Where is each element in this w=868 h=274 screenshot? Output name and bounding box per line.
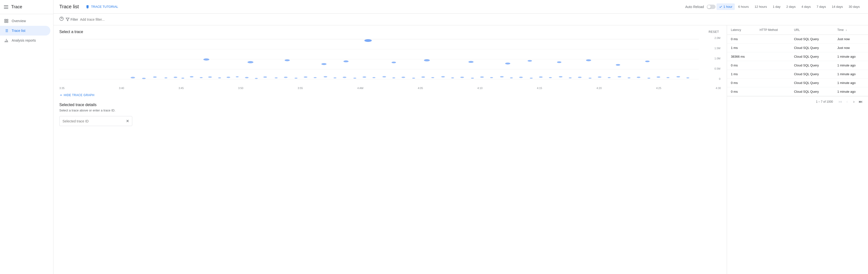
x-label-340: 3:40 (119, 87, 124, 89)
svg-point-63 (382, 76, 386, 78)
svg-point-80 (549, 77, 552, 78)
cell-url: Cloud SQL Query (790, 87, 834, 96)
svg-point-59 (343, 77, 346, 78)
time-7days-button[interactable]: 7 days (814, 3, 828, 10)
time-1day-button[interactable]: 1 day (770, 3, 783, 10)
auto-reload-label: Auto Reload (685, 5, 704, 9)
time-4days-button[interactable]: 4 days (799, 3, 813, 10)
svg-rect-0 (5, 19, 6, 21)
time-30days-button[interactable]: 30 days (846, 3, 862, 10)
time-12hours-button[interactable]: 12 hours (752, 3, 770, 10)
list-icon (4, 28, 9, 33)
svg-point-82 (569, 77, 571, 78)
sidebar-item-overview-label: Overview (12, 19, 26, 23)
col-header-latency[interactable]: Latency (727, 25, 756, 35)
svg-point-28 (392, 61, 396, 63)
reset-button[interactable]: RESET (707, 29, 721, 34)
time-6hours-button[interactable]: 6 hours (736, 3, 751, 10)
svg-point-92 (666, 77, 669, 78)
svg-point-52 (275, 77, 278, 78)
col-header-url[interactable]: URL (790, 25, 834, 35)
cell-http-method (756, 44, 790, 52)
cell-http-method (756, 87, 790, 96)
pagination-last-button[interactable]: ⏭ (857, 98, 864, 105)
hide-graph-button[interactable]: HIDE TRACE GRAPH (54, 91, 727, 99)
trace-id-input[interactable] (62, 119, 126, 123)
cell-url: Cloud SQL Query (790, 52, 834, 61)
cell-time: 1 minute ago (834, 52, 868, 61)
grid-icon (4, 19, 9, 23)
svg-point-38 (142, 78, 146, 79)
pagination: 1 – 7 of 1000 ⏮ ‹ › ⏭ (727, 96, 868, 107)
scatter-chart[interactable] (59, 36, 721, 85)
table-row[interactable]: 1 ms Cloud SQL Query Just now (727, 44, 868, 52)
chevron-up-icon (59, 93, 63, 97)
help-icon[interactable] (59, 17, 64, 22)
svg-point-37 (130, 77, 135, 79)
y-label-1-5m: 1.5M (715, 47, 720, 50)
select-trace-title: Select a trace (59, 30, 83, 34)
filter-icon-label: Filter (66, 18, 78, 21)
table-row[interactable]: 0 ms Cloud SQL Query Just now (727, 35, 868, 44)
svg-point-72 (471, 78, 474, 79)
svg-point-87 (618, 76, 621, 78)
time-14days-button[interactable]: 14 days (829, 3, 845, 10)
x-label-355: 3:55 (298, 87, 303, 89)
sidebar: Trace Overview Trace list (0, 0, 54, 274)
svg-point-42 (181, 78, 184, 79)
svg-point-50 (255, 78, 258, 79)
svg-point-27 (344, 60, 349, 62)
pagination-prev-button[interactable]: ‹ (844, 98, 850, 105)
svg-point-64 (393, 77, 395, 78)
trace-tutorial-button[interactable]: TRACE TUTORIAL (83, 3, 121, 10)
pagination-first-button[interactable]: ⏮ (837, 98, 844, 105)
topbar-left: Trace list TRACE TUTORIAL (59, 3, 121, 10)
cell-time: 1 minute ago (834, 61, 868, 70)
svg-point-73 (480, 76, 484, 78)
table-row[interactable]: 1 ms Cloud SQL Query 1 minute ago (727, 70, 868, 79)
sidebar-nav: Overview Trace list Analysis reports (0, 14, 53, 47)
svg-point-61 (363, 76, 366, 78)
col-header-http-method[interactable]: HTTP Method (756, 25, 790, 35)
cell-latency: 1 ms (727, 70, 756, 79)
table-row[interactable]: 0 ms Cloud SQL Query 1 minute ago (727, 79, 868, 87)
table-row[interactable]: 38366 ms Cloud SQL Query 1 minute ago (727, 52, 868, 61)
svg-point-44 (199, 77, 203, 78)
x-axis-labels: 3:35 3:40 3:45 3:50 3:55 4 AM 4:05 4:10 … (59, 86, 721, 91)
cell-time: Just now (834, 44, 868, 52)
svg-point-48 (236, 76, 239, 77)
clear-icon[interactable]: ✕ (126, 119, 129, 124)
sidebar-item-trace-list[interactable]: Trace list (0, 26, 50, 35)
bar-chart-icon (4, 38, 9, 43)
x-label-410: 4:10 (477, 87, 483, 89)
main-content: Trace list TRACE TUTORIAL Auto Reload 1 … (54, 0, 868, 274)
topbar-right: Auto Reload 1 hour 6 hours 12 hours 1 da… (685, 3, 862, 10)
chart-wrapper[interactable]: 2.0M 1.5M 1.0M 0.5M 0 (59, 36, 721, 85)
filter-icon-svg (66, 18, 69, 21)
table-row[interactable]: 0 ms Cloud SQL Query 1 minute ago (727, 61, 868, 70)
svg-point-90 (648, 78, 650, 79)
svg-rect-3 (7, 21, 8, 23)
col-header-time[interactable]: Time ↓ (834, 25, 868, 35)
filter-input[interactable] (80, 18, 862, 21)
svg-point-83 (578, 77, 582, 78)
svg-point-57 (323, 76, 327, 78)
time-2days-button[interactable]: 2 days (784, 3, 798, 10)
sidebar-item-overview[interactable]: Overview (0, 16, 50, 26)
hamburger-icon[interactable] (4, 5, 8, 9)
page-title: Trace list (59, 4, 79, 9)
svg-point-77 (519, 77, 523, 78)
time-1hour-button[interactable]: 1 hour (716, 3, 735, 10)
svg-point-62 (372, 77, 375, 78)
pagination-next-button[interactable]: › (850, 98, 857, 105)
svg-point-36 (645, 61, 650, 62)
table-row[interactable]: 0 ms Cloud SQL Query 1 minute ago (727, 87, 868, 96)
svg-point-25 (285, 59, 290, 61)
sidebar-item-analysis-reports[interactable]: Analysis reports (0, 35, 50, 45)
svg-point-71 (460, 77, 464, 78)
svg-point-75 (500, 76, 503, 78)
x-label-415: 4:15 (537, 87, 542, 89)
cell-time: Just now (834, 35, 868, 44)
auto-reload-toggle[interactable] (707, 5, 716, 9)
svg-point-58 (334, 77, 337, 78)
